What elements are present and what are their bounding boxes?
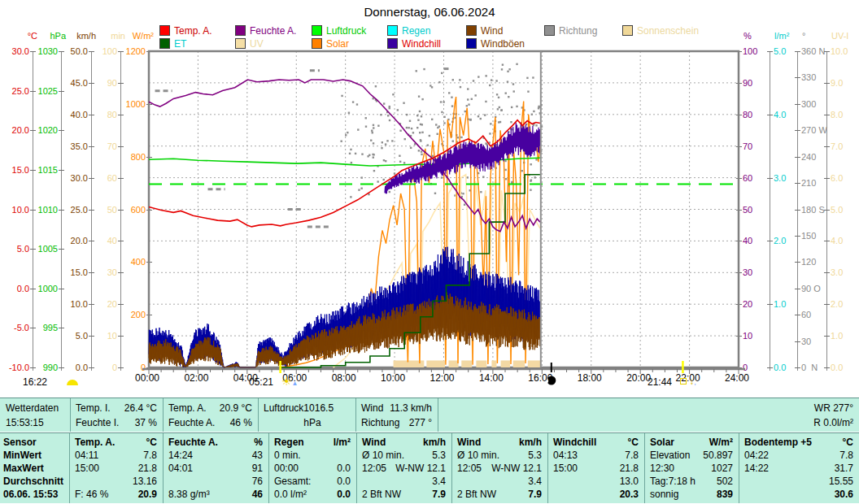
richtung-dot xyxy=(441,176,443,178)
richtung-dot xyxy=(355,153,356,154)
info-cell: Wetterdaten15:53:15 xyxy=(2,401,68,430)
richtung-dot xyxy=(417,119,419,120)
richtung-dot xyxy=(406,114,408,115)
richtung-dot xyxy=(380,114,382,115)
richtung-dot xyxy=(460,86,461,88)
richtung-dot xyxy=(441,72,443,74)
richtung-dot xyxy=(410,147,412,149)
richtung-dot xyxy=(421,124,423,125)
richtung-dot xyxy=(486,144,487,146)
richtung-dot xyxy=(348,112,350,114)
richtung-dot xyxy=(526,77,528,79)
sensor-col-wind: Windkm/hØ 10 min.5.312:05W-NW 12.13.42 B… xyxy=(453,436,546,501)
richtung-dot xyxy=(462,193,464,194)
richtung-dot xyxy=(538,106,539,107)
richtung-dot xyxy=(372,132,373,133)
richtung-dot xyxy=(382,141,383,143)
richtung-dot xyxy=(452,79,454,80)
richtung-dot xyxy=(451,97,452,98)
richtung-dot xyxy=(421,150,422,152)
richtung-dot xyxy=(531,114,533,115)
richtung-dot xyxy=(370,140,372,141)
sensor-col-feuchte-a-: Feuchte A.%14:244304:0191768.38 g/m³46 xyxy=(164,436,267,501)
richtung-dot xyxy=(403,102,404,104)
richtung-dot xyxy=(375,85,377,87)
richtung-dot xyxy=(399,130,401,132)
richtung-dot xyxy=(452,140,454,141)
richtung-dot xyxy=(371,130,373,132)
richtung-dot xyxy=(437,127,438,128)
richtung-dot xyxy=(389,191,390,193)
series-sonnenschein xyxy=(528,360,541,367)
richtung-dot xyxy=(513,90,515,92)
richtung-dot xyxy=(416,127,418,128)
richtung-dot xyxy=(505,178,507,180)
richtung-dot xyxy=(499,121,501,123)
table-divider xyxy=(70,398,71,432)
sensor-col-regen: Regenl/m²0 min.00:000.0Gesamt:0.00.0 l/m… xyxy=(270,436,355,501)
series-sonnenschein xyxy=(513,360,525,367)
table-divider xyxy=(739,433,739,503)
table-divider xyxy=(356,433,357,503)
richtung-dot xyxy=(392,93,394,95)
richtung-dot xyxy=(507,80,508,82)
richtung-dot xyxy=(387,115,389,116)
sensor-col-temp-a-: Temp. A.°C04:117.815:0021.813.16F: 46 %2… xyxy=(71,436,161,501)
richtung-dot xyxy=(480,191,482,193)
sensor-col-solar: SolarW/m²Elevation50.89712:301027Tag:7:1… xyxy=(646,436,737,501)
richtung-dot xyxy=(373,142,374,144)
richtung-dot xyxy=(429,135,430,137)
table-divider xyxy=(451,433,452,503)
richtung-dot xyxy=(416,115,418,116)
richtung-dot xyxy=(496,93,498,95)
richtung-dot xyxy=(511,106,512,108)
richtung-dot xyxy=(510,121,512,123)
richtung-dot xyxy=(360,188,362,189)
richtung-dot xyxy=(477,115,479,117)
series-sonnenschein xyxy=(449,360,459,367)
richtung-dot xyxy=(533,111,534,112)
richtung-dot xyxy=(423,68,425,70)
richtung-dot xyxy=(418,95,420,97)
richtung-dot xyxy=(535,159,537,160)
richtung-dot xyxy=(383,179,385,180)
sunset-time: 21:44 xyxy=(648,376,672,388)
table-divider xyxy=(438,398,438,432)
richtung-dot xyxy=(383,159,385,161)
richtung-dot xyxy=(491,79,492,80)
richtung-dot xyxy=(381,147,382,149)
richtung-dot xyxy=(411,128,412,129)
richtung-dot xyxy=(419,111,421,112)
richtung-dot xyxy=(527,90,529,92)
richtung-dot xyxy=(416,70,417,72)
richtung-dot xyxy=(469,119,471,120)
richtung-dot xyxy=(505,92,507,93)
richtung-dot xyxy=(490,123,491,124)
richtung-dot xyxy=(347,132,348,133)
richtung-dot xyxy=(345,134,347,136)
richtung-dot xyxy=(530,189,531,190)
richtung-dot xyxy=(443,116,445,118)
sunrise-sun-icon: ☀▲ xyxy=(281,375,298,388)
info-cell: Temp. I.26.4 °CFeuchte I.37 % xyxy=(72,401,161,430)
richtung-dot xyxy=(373,154,374,155)
richtung-dot xyxy=(535,124,537,126)
richtung-dot xyxy=(389,119,390,121)
richtung-dot xyxy=(485,101,486,102)
richtung-dot xyxy=(533,124,534,126)
richtung-dot xyxy=(419,132,421,133)
sensor-col-windchill: Windchill°C04:137.815:0021.813.020.3 xyxy=(549,436,643,501)
richtung-dot xyxy=(358,189,360,190)
richtung-dot xyxy=(466,105,468,106)
richtung-dot xyxy=(412,132,414,133)
sensor-table: SensorMinWertMaxWertDurchschnitt06.06. 1… xyxy=(0,432,859,503)
richtung-dot xyxy=(534,176,535,178)
richtung-dot xyxy=(341,95,342,97)
richtung-dot xyxy=(350,149,351,150)
info-cell: Temp. A.20.9 °CFeuchte A.46 % xyxy=(164,401,256,430)
series-sonnenschein xyxy=(461,360,472,367)
richtung-dot xyxy=(409,120,411,122)
richtung-dot xyxy=(485,75,486,76)
info-cell: Wind11.3 km/hRichtung277 ° xyxy=(357,401,436,430)
time-label: 24:00 xyxy=(725,372,749,384)
